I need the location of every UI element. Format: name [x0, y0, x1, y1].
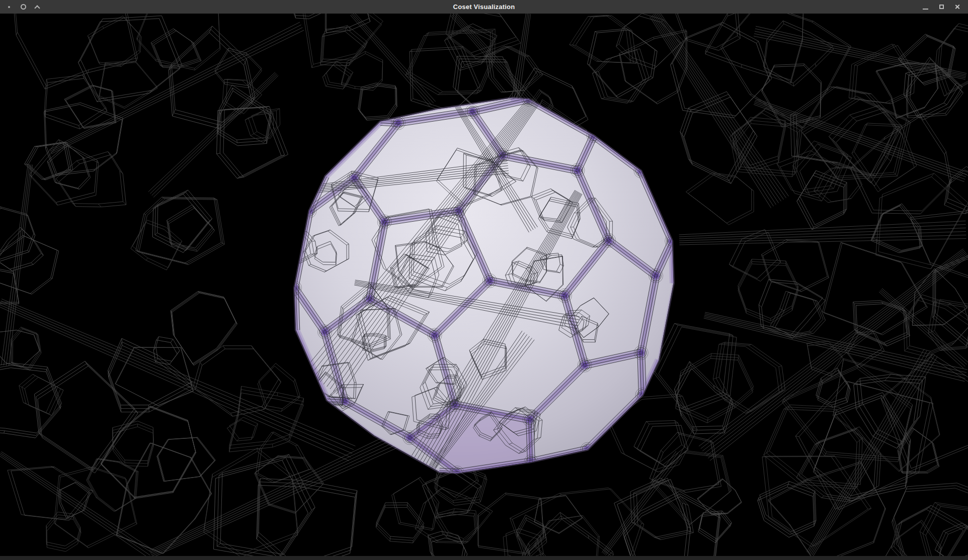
minimize-icon	[923, 9, 928, 10]
visualization-viewport[interactable]	[0, 14, 968, 556]
window-title: Coset Visualization	[0, 3, 968, 11]
maximize-button[interactable]	[935, 1, 947, 13]
maximize-icon	[939, 5, 944, 9]
shade-chevron-icon[interactable]	[31, 1, 43, 13]
circle-icon[interactable]	[17, 1, 29, 13]
close-icon	[954, 4, 961, 10]
window-controls	[919, 0, 963, 14]
app-window: Coset Visualization	[0, 0, 968, 560]
titlebar[interactable]: Coset Visualization	[0, 0, 968, 14]
close-button[interactable]	[951, 1, 963, 13]
titlebar-left-icons	[3, 0, 43, 14]
coset-sphere	[275, 92, 679, 488]
window-border-bottom	[0, 556, 968, 560]
coset-3d-canvas[interactable]	[0, 14, 968, 556]
dot-icon	[3, 1, 15, 13]
minimize-button[interactable]	[919, 1, 931, 13]
